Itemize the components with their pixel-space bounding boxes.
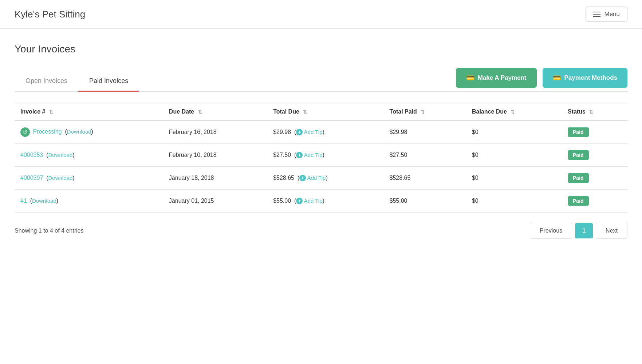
sort-icon-total-due: ⇅ xyxy=(303,109,307,115)
page-title: Your Invoices xyxy=(15,43,627,55)
cell-total-paid-2: $528.65 xyxy=(384,167,466,190)
cell-due-date-2: January 18, 2018 xyxy=(163,167,267,190)
make-payment-button[interactable]: 💳 Make A Payment xyxy=(456,68,537,88)
status-badge-0: Paid xyxy=(568,127,589,137)
tab-open-invoices[interactable]: Open Invoices xyxy=(15,73,78,92)
credit-card-icon: 💳 xyxy=(553,74,561,82)
col-total-due[interactable]: Total Due ⇅ xyxy=(267,103,383,120)
cell-due-date-1: February 10, 2018 xyxy=(163,144,267,167)
cell-total-paid-0: $29.98 xyxy=(384,120,466,144)
cell-due-date-3: January 01, 2015 xyxy=(163,190,267,213)
sort-icon-total-paid: ⇅ xyxy=(421,109,425,115)
invoice-link-1[interactable]: #000353 xyxy=(20,152,43,158)
invoice-link-processing[interactable]: Processing xyxy=(33,128,62,135)
cell-balance-due-0: $0 xyxy=(466,120,562,144)
cell-status-3: Paid xyxy=(562,190,627,213)
cell-total-paid-3: $55.00 xyxy=(384,190,466,213)
invoice-link-3[interactable]: #1 xyxy=(20,198,27,204)
col-total-paid[interactable]: Total Paid ⇅ xyxy=(384,103,466,120)
cell-total-paid-1: $27.50 xyxy=(384,144,466,167)
main-content: Your Invoices Open Invoices Paid Invoice… xyxy=(0,29,642,261)
col-balance-due[interactable]: Balance Due ⇅ xyxy=(466,103,562,120)
col-invoice[interactable]: Invoice # ⇅ xyxy=(15,103,163,120)
cell-status-0: Paid xyxy=(562,120,627,144)
cell-total-due-1: $27.50 (+ Add Tip) xyxy=(267,144,383,167)
table-row: #000353 (Download) February 10, 2018 $27… xyxy=(15,144,627,167)
total-due-value-0: $29.98 xyxy=(273,129,291,135)
add-tip-link-1[interactable]: Add Tip xyxy=(303,152,322,158)
action-buttons: 💳 Make A Payment 💳 Payment Methods xyxy=(456,68,627,91)
table-row: #1 (Download) January 01, 2015 $55.00 (+… xyxy=(15,190,627,213)
invoice-link-2[interactable]: #000397 xyxy=(20,175,43,181)
header: Kyle's Pet Sitting Menu xyxy=(0,0,642,29)
cell-invoice-1: #000353 (Download) xyxy=(15,144,163,167)
status-badge-2: Paid xyxy=(568,173,589,183)
add-tip-icon-2: + xyxy=(299,175,306,181)
cell-balance-due-2: $0 xyxy=(466,167,562,190)
sort-icon-balance-due: ⇅ xyxy=(511,109,515,115)
cell-invoice-3: #1 (Download) xyxy=(15,190,163,213)
cell-status-2: Paid xyxy=(562,167,627,190)
cell-status-1: Paid xyxy=(562,144,627,167)
page-1-button[interactable]: 1 xyxy=(575,223,593,238)
add-tip-link-0[interactable]: Add Tip xyxy=(303,129,322,135)
menu-button[interactable]: Menu xyxy=(586,7,627,22)
processing-icon: ↺ xyxy=(20,127,30,137)
app-title: Kyle's Pet Sitting xyxy=(15,9,85,20)
add-tip-icon-3: + xyxy=(296,198,303,204)
payment-methods-button[interactable]: 💳 Payment Methods xyxy=(543,68,627,88)
add-tip-link-3[interactable]: Add Tip xyxy=(303,198,322,204)
add-tip-icon-1: + xyxy=(296,152,303,158)
pagination: Previous 1 Next xyxy=(530,223,627,239)
sort-icon-due-date: ⇅ xyxy=(198,109,202,115)
cell-total-due-2: $528.65 (+ Add Tip) xyxy=(267,167,383,190)
cell-balance-due-1: $0 xyxy=(466,144,562,167)
col-status[interactable]: Status ⇅ xyxy=(562,103,627,120)
cell-balance-due-3: $0 xyxy=(466,190,562,213)
hamburger-icon xyxy=(593,12,600,17)
table-header-row: Invoice # ⇅ Due Date ⇅ Total Due ⇅ Total… xyxy=(15,103,627,120)
sort-icon-invoice: ⇅ xyxy=(49,109,53,115)
add-tip-link-2[interactable]: Add Tip xyxy=(306,175,326,181)
cell-due-date-0: February 16, 2018 xyxy=(163,120,267,144)
cell-total-due-0: $29.98 (+ Add Tip) xyxy=(267,120,383,144)
total-due-value-3: $55.00 xyxy=(273,198,291,204)
previous-button[interactable]: Previous xyxy=(530,223,572,239)
total-due-value-2: $528.65 xyxy=(273,175,294,181)
cell-total-due-3: $55.00 (+ Add Tip) xyxy=(267,190,383,213)
table-row: #000397 (Download) January 18, 2018 $528… xyxy=(15,167,627,190)
next-button[interactable]: Next xyxy=(596,223,627,239)
cell-invoice-2: #000397 (Download) xyxy=(15,167,163,190)
add-tip-icon-0: + xyxy=(296,129,303,135)
download-link-0[interactable]: Download xyxy=(67,128,91,135)
tab-paid-invoices[interactable]: Paid Invoices xyxy=(78,73,139,92)
status-badge-1: Paid xyxy=(568,150,589,160)
table-row: ↺ Processing (Download) February 16, 201… xyxy=(15,120,627,144)
total-due-value-1: $27.50 xyxy=(273,152,291,158)
menu-label: Menu xyxy=(604,11,620,18)
download-link-3[interactable]: Download xyxy=(32,198,56,204)
download-link-2[interactable]: Download xyxy=(48,175,73,181)
table-footer: Showing 1 to 4 of 4 entries Previous 1 N… xyxy=(15,223,627,239)
tab-list: Open Invoices Paid Invoices xyxy=(15,72,139,91)
invoice-table: Invoice # ⇅ Due Date ⇅ Total Due ⇅ Total… xyxy=(15,103,627,213)
payment-card-icon: 💳 xyxy=(466,74,474,82)
col-due-date[interactable]: Due Date ⇅ xyxy=(163,103,267,120)
cell-invoice-0: ↺ Processing (Download) xyxy=(15,120,163,144)
status-badge-3: Paid xyxy=(568,196,589,206)
tabs-row: Open Invoices Paid Invoices 💳 Make A Pay… xyxy=(15,68,627,92)
entries-count: Showing 1 to 4 of 4 entries xyxy=(15,228,83,234)
download-link-1[interactable]: Download xyxy=(48,152,73,158)
sort-icon-status: ⇅ xyxy=(589,109,593,115)
